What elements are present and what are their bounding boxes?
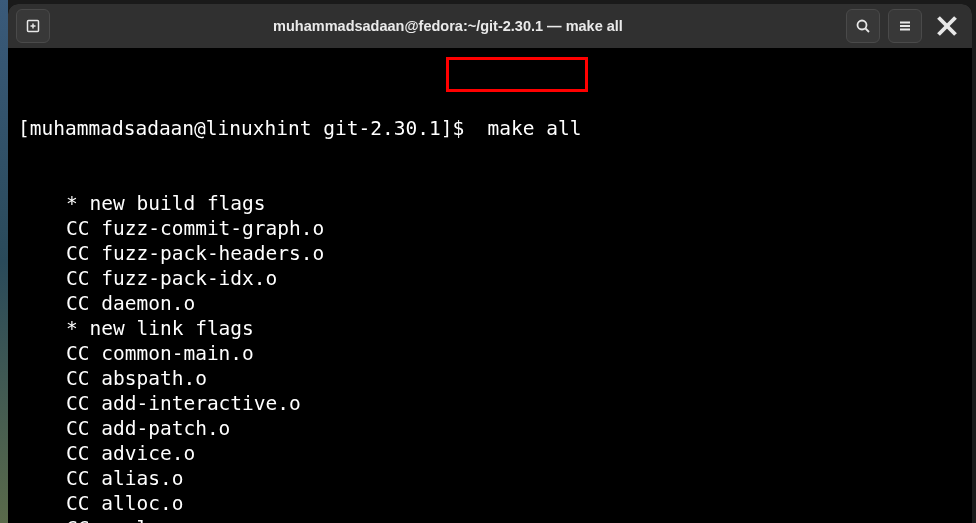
output-line: CC apply.o [18, 516, 962, 523]
output-line: CC alias.o [18, 466, 962, 491]
menu-button[interactable] [888, 9, 922, 43]
window-title: muhammadsadaan@fedora:~/git-2.30.1 — mak… [58, 18, 838, 34]
shell-command: make all [476, 117, 582, 140]
new-tab-icon [25, 18, 41, 34]
output-line: CC add-patch.o [18, 416, 962, 441]
close-icon [930, 9, 964, 43]
svg-line-4 [866, 29, 870, 33]
close-button[interactable] [930, 9, 964, 43]
hamburger-icon [897, 18, 913, 34]
output-line: CC fuzz-commit-graph.o [18, 216, 962, 241]
shell-prompt: [muhammadsadaan@linuxhint git-2.30.1]$ [18, 117, 476, 140]
output-line: * new link flags [18, 316, 962, 341]
output-line: CC add-interactive.o [18, 391, 962, 416]
output-line: CC fuzz-pack-idx.o [18, 266, 962, 291]
output-line: CC common-main.o [18, 341, 962, 366]
output-line: CC alloc.o [18, 491, 962, 516]
terminal-output: * new build flagsCC fuzz-commit-graph.oC… [18, 191, 962, 523]
output-line: * new build flags [18, 191, 962, 216]
svg-point-3 [858, 21, 867, 30]
search-button[interactable] [846, 9, 880, 43]
titlebar: muhammadsadaan@fedora:~/git-2.30.1 — mak… [8, 4, 972, 48]
output-line: CC daemon.o [18, 291, 962, 316]
desktop-edge [0, 0, 8, 523]
output-line: CC fuzz-pack-headers.o [18, 241, 962, 266]
prompt-line: [muhammadsadaan@linuxhint git-2.30.1]$ m… [18, 116, 962, 141]
output-line: CC advice.o [18, 441, 962, 466]
search-icon [855, 18, 871, 34]
terminal-window: muhammadsadaan@fedora:~/git-2.30.1 — mak… [8, 4, 972, 523]
terminal-body[interactable]: [muhammadsadaan@linuxhint git-2.30.1]$ m… [8, 48, 972, 523]
output-line: CC abspath.o [18, 366, 962, 391]
titlebar-right [846, 9, 964, 43]
new-tab-button[interactable] [16, 9, 50, 43]
